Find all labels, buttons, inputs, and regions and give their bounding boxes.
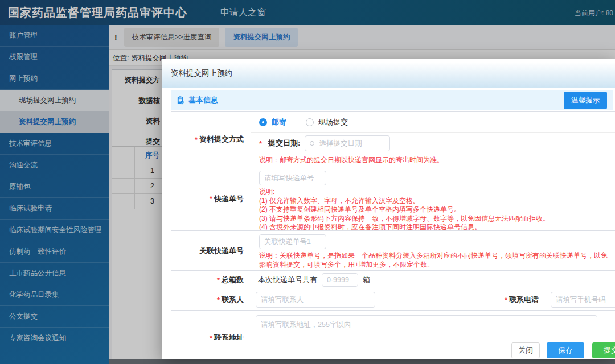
booking-form: * 资料提交方式 邮寄 现场提交 * 提交日期: (171, 111, 615, 359)
form-row-method: * 资料提交方式 邮寄 现场提交 * 提交日期: (171, 112, 615, 167)
modal-title: 资料提交网上预约 (162, 59, 615, 88)
app-window: 国家药品监督管理局药品审评中心 申请人之窗 当前用户: 80 账户管理 权限管理… (0, 0, 615, 364)
phone-label: * 联系电话 (392, 289, 546, 310)
clipboard-icon (177, 96, 185, 105)
section-title: 基本信息 (188, 95, 218, 105)
booking-modal: 资料提交网上预约 基本信息 温馨提示 (162, 59, 615, 359)
modal-header: 资料提交网上预约 (162, 59, 615, 88)
related-tracking-input[interactable] (259, 234, 326, 249)
method-radio-group: 邮寄 现场提交 (251, 112, 615, 133)
required-star: * (195, 135, 198, 144)
required-star: * (210, 195, 212, 203)
boxes-prefix: 本次快递单号共有 (258, 275, 317, 285)
tracking-label: * 快递单号 (171, 167, 251, 230)
modal-footer: 关闭 保存 提交 (162, 340, 615, 359)
required-star: * (217, 276, 220, 284)
radio-mail-label[interactable]: 邮寄 (272, 117, 286, 127)
method-note: 说明：邮寄方式的提交日期以快递官网显示的寄出时间为准。 (251, 156, 615, 165)
radio-onsite-icon[interactable] (306, 118, 314, 126)
required-star: * (259, 139, 262, 148)
submit-date-line: * 提交日期: (251, 133, 615, 154)
tracking-note-1: (1) 仅允许输入数字、字母，不允许输入汉字及空格。 (259, 197, 612, 206)
boxes-count-input[interactable] (322, 273, 358, 287)
phone-input[interactable] (551, 292, 615, 308)
boxes-label: * 总箱数 (171, 271, 251, 289)
submit-date-label: 提交日期: (268, 138, 300, 148)
form-row-related: 关联快递单号 说明：关联快递单号，是指如果一个品种资料分装入多箱所对应的不同快递… (171, 231, 615, 271)
basic-info-section-bar: 基本信息 温馨提示 (171, 90, 613, 110)
save-button[interactable]: 保存 (547, 342, 584, 358)
form-row-tracking: * 快递单号 说明: (1) 仅允许输入数字、字母，不允许输入汉字及空格。 (2… (171, 167, 615, 231)
radio-onsite-label[interactable]: 现场提交 (318, 117, 348, 127)
tracking-note-3: (3) 请与快递单条形码下方内容保持一致，不得增减字母、数字等，以免因信息无法匹… (259, 214, 612, 224)
tracking-note-2: (2) 不支持重复创建相同快递单号及单个空格内填写多个快递单号。 (259, 205, 612, 214)
tracking-note-4: (4) 含境外来源的申报资料时，应在备注项下同时注明国际快递单号信息。 (259, 223, 612, 231)
related-note: 说明：关联快递单号，是指如果一个品种资料分装入多箱所对应的不同快递单号，须填写所… (259, 251, 612, 269)
close-button[interactable]: 关闭 (511, 342, 540, 358)
submit-date-input[interactable] (305, 135, 390, 151)
related-label: 关联快递单号 (171, 231, 251, 270)
boxes-suffix: 箱 (363, 275, 370, 285)
form-row-boxes: * 总箱数 本次快递单号共有 箱 (171, 271, 615, 289)
tracking-note-title: 说明: (259, 188, 612, 197)
form-row-contact: * 联系人 * 联系电话 (171, 289, 615, 311)
contact-input[interactable] (256, 292, 375, 308)
required-star: * (217, 296, 220, 304)
radio-mail-selected-icon[interactable] (259, 118, 267, 126)
required-star: * (505, 296, 507, 304)
method-label: * 资料提交方式 (171, 112, 251, 167)
contact-label: * 联系人 (171, 289, 251, 310)
tip-button[interactable]: 温馨提示 (564, 92, 607, 109)
submit-button[interactable]: 提交 (592, 342, 615, 358)
tracking-input[interactable] (259, 171, 326, 185)
